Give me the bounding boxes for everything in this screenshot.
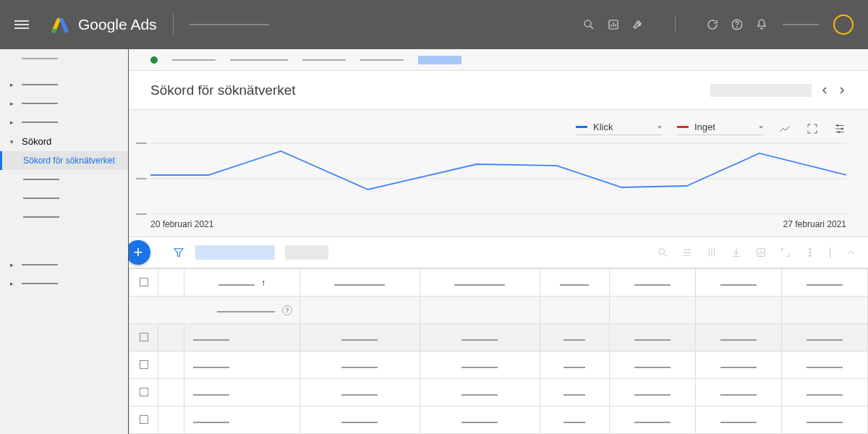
notifications-icon[interactable] (755, 18, 768, 31)
breadcrumb-item-active[interactable] (418, 56, 461, 64)
metric-label: Inget (694, 122, 715, 132)
chevron-left-icon[interactable] (820, 86, 829, 95)
svg-point-8 (737, 27, 738, 27)
breadcrumb-item[interactable] (302, 59, 346, 61)
expand-icon[interactable] (806, 122, 819, 135)
table-toolbar: + | (129, 237, 868, 268)
chart-x-end: 27 februari 2021 (783, 219, 846, 229)
help-icon[interactable] (731, 18, 744, 31)
divider (675, 17, 676, 33)
table-row[interactable] (129, 352, 868, 379)
keywords-table: ↑ ? (129, 268, 868, 434)
svg-point-18 (659, 249, 665, 255)
chart-x-start: 20 februari 2021 (150, 219, 213, 229)
row-checkbox[interactable] (140, 360, 148, 369)
sidebar: ▸ ▸ ▸ ▾Sökord Sökord för söknätverket ▸ … (0, 49, 129, 434)
brand-text: Google Ads (78, 16, 157, 33)
reports-icon[interactable] (607, 18, 620, 31)
filter-chip[interactable] (195, 245, 275, 260)
account-name-placeholder (783, 24, 819, 25)
date-range-selector[interactable] (710, 84, 812, 97)
sidebar-item[interactable]: ▸ (0, 274, 128, 293)
google-ads-logo-icon (51, 15, 69, 34)
svg-point-1 (584, 20, 591, 27)
svg-point-32 (809, 255, 811, 257)
chart-type-icon[interactable] (778, 122, 791, 135)
adjust-icon[interactable] (833, 122, 846, 135)
chart-panel: Klick Inget (129, 110, 868, 237)
page-titlebar: Sökord för söknätverket (129, 71, 868, 110)
collapse-icon[interactable] (845, 247, 856, 258)
svg-point-14 (838, 131, 839, 132)
svg-point-30 (809, 248, 811, 250)
search-icon[interactable] (657, 247, 668, 258)
divider (173, 14, 174, 35)
header-col[interactable] (781, 269, 867, 297)
expand-icon[interactable] (780, 247, 791, 258)
filter-chip[interactable] (285, 245, 328, 260)
sidebar-item[interactable]: ▸ (0, 94, 128, 113)
tools-icon[interactable] (631, 18, 644, 31)
columns-icon[interactable] (706, 247, 718, 258)
breadcrumb-item[interactable] (172, 59, 216, 61)
segment-icon[interactable] (681, 247, 693, 258)
status-dot-icon (150, 56, 158, 64)
sidebar-item[interactable] (0, 189, 128, 208)
table-row[interactable] (129, 407, 868, 434)
help-icon[interactable]: ? (282, 305, 292, 315)
header-col[interactable] (695, 269, 781, 297)
row-checkbox[interactable] (140, 333, 148, 341)
metric-label: Klick (593, 122, 613, 132)
chevron-right-icon[interactable] (838, 86, 846, 95)
sidebar-item-sokord[interactable]: ▾Sökord (0, 132, 128, 151)
svg-line-2 (590, 26, 593, 29)
page-title: Sökord för söknätverket (150, 82, 296, 98)
reports-icon[interactable] (755, 247, 767, 258)
table-row[interactable] (129, 324, 868, 352)
more-icon[interactable] (804, 247, 816, 258)
sidebar-item[interactable]: ▸ (0, 255, 128, 274)
header-col[interactable] (609, 269, 695, 297)
header-col[interactable] (420, 269, 540, 297)
header-col[interactable] (540, 269, 609, 297)
sidebar-item[interactable] (0, 208, 128, 226)
chevron-down-icon (758, 124, 764, 130)
metric-swatch-icon (677, 126, 689, 128)
header-keyword[interactable]: ↑ (184, 269, 300, 297)
account-placeholder[interactable] (190, 24, 269, 25)
refresh-icon[interactable] (706, 18, 719, 31)
avatar[interactable] (833, 14, 854, 35)
sidebar-item[interactable] (0, 170, 128, 189)
chevron-down-icon (657, 124, 663, 130)
metric-2-select[interactable]: Inget (677, 122, 764, 135)
line-chart (150, 142, 846, 215)
breadcrumb-item[interactable] (230, 59, 288, 61)
sidebar-item[interactable]: ▸ (0, 113, 128, 132)
download-icon[interactable] (731, 247, 742, 258)
search-icon[interactable] (582, 18, 595, 31)
header-status[interactable] (158, 269, 184, 297)
header-checkbox[interactable] (129, 269, 158, 297)
sidebar-item-label: Sökord för söknätverket (23, 156, 115, 166)
row-checkbox[interactable] (140, 415, 148, 424)
table-row[interactable] (129, 379, 868, 407)
sidebar-item[interactable] (22, 58, 58, 59)
breadcrumb-item[interactable] (360, 59, 404, 61)
main-content: Sökord för söknätverket Klick Inget (129, 49, 868, 434)
add-keyword-button[interactable]: + (129, 240, 150, 265)
subheader: ? (129, 297, 300, 324)
sort-up-icon: ↑ (261, 278, 265, 288)
filter-icon[interactable] (172, 246, 185, 259)
sidebar-item-search-keywords[interactable]: Sökord för söknätverket (0, 151, 128, 170)
metric-1-select[interactable]: Klick (576, 122, 663, 135)
brand-area[interactable]: Google Ads (51, 15, 157, 34)
svg-point-31 (809, 252, 811, 253)
row-checkbox[interactable] (140, 388, 148, 396)
sidebar-item[interactable]: ▸ (0, 75, 128, 94)
breadcrumb (129, 49, 868, 71)
svg-line-19 (664, 254, 666, 256)
svg-point-0 (51, 28, 56, 33)
menu-icon[interactable] (14, 18, 29, 31)
header-col[interactable] (300, 269, 420, 297)
svg-point-13 (841, 127, 843, 129)
